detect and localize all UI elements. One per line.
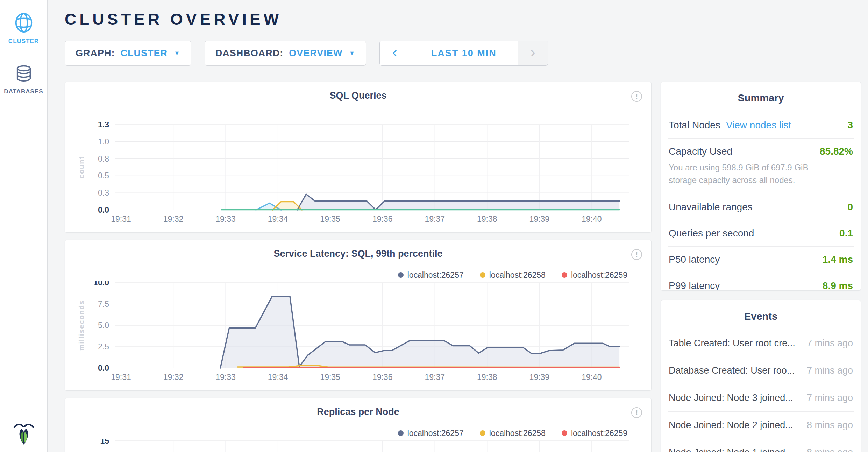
summary-row-label: Capacity Used (669, 146, 732, 157)
summary-row-subtext: You are using 598.9 GiB of 697.9 GiB sto… (669, 161, 816, 186)
legend-label: localhost:26258 (489, 429, 546, 438)
svg-text:0.8: 0.8 (98, 154, 109, 163)
time-range-next-button[interactable]: › (518, 41, 548, 65)
right-column: Summary Total NodesView nodes list3Capac… (661, 82, 861, 452)
graph-dropdown-value: CLUSTER (121, 48, 168, 59)
legend-item: localhost:26259 (562, 270, 627, 280)
svg-text:19:36: 19:36 (372, 373, 393, 382)
event-time: 7 mins ago (807, 338, 853, 349)
svg-text:19:32: 19:32 (163, 373, 184, 382)
svg-text:19:33: 19:33 (215, 373, 236, 382)
controls-bar: GRAPH: CLUSTER ▼ DASHBOARD: OVERVIEW ▼ ‹… (65, 41, 861, 66)
summary-row: Queries per second0.1 (668, 220, 854, 246)
summary-row-value: 8.9 ms (823, 280, 853, 291)
chevron-right-icon: › (531, 45, 535, 59)
service-latency-plot: 0.02.55.07.510.019:3119:3219:3319:3419:3… (72, 281, 644, 384)
svg-text:7.5: 7.5 (98, 299, 109, 309)
svg-text:0.3: 0.3 (98, 188, 109, 197)
svg-text:count: count (78, 156, 85, 178)
dashboard-dropdown[interactable]: DASHBOARD: OVERVIEW ▼ (205, 41, 366, 66)
service-latency-chart-card: Service Latency: SQL, 99th percentile ! … (65, 240, 652, 391)
info-icon[interactable]: ! (631, 407, 642, 418)
svg-text:15: 15 (100, 439, 109, 445)
svg-text:0.0: 0.0 (98, 363, 109, 373)
legend-dot-icon (562, 430, 567, 436)
info-icon[interactable]: ! (631, 249, 642, 260)
sidebar-item-label: DATABASES (0, 88, 47, 95)
event-row: Node Joined: Node 2 joined...8 mins ago (668, 412, 854, 439)
svg-text:19:33: 19:33 (215, 214, 236, 224)
event-text: Node Joined: Node 3 joined... (669, 393, 793, 403)
svg-text:19:39: 19:39 (529, 373, 550, 382)
summary-rows: Total NodesView nodes list3Capacity Used… (661, 112, 861, 291)
summary-row-label: P99 latency (669, 280, 720, 291)
sql-queries-plot: 0.00.30.50.81.01.319:3119:3219:3319:3419… (72, 122, 644, 226)
cockroachdb-logo[interactable] (13, 422, 35, 448)
legend-dot-icon (398, 430, 404, 436)
summary-row: Total NodesView nodes list3 (668, 112, 854, 138)
svg-text:19:35: 19:35 (320, 373, 340, 382)
summary-row-value: 1.4 ms (823, 254, 853, 265)
legend-dot-icon (562, 272, 567, 278)
chart-legend: localhost:26257localhost:26258localhost:… (72, 428, 644, 439)
summary-row: Unavailable ranges0 (668, 194, 854, 220)
svg-text:0.5: 0.5 (98, 171, 109, 180)
sidebar-item-databases[interactable]: DATABASES (0, 64, 47, 95)
sidebar-item-label: CLUSTER (0, 38, 47, 45)
legend-label: localhost:26257 (407, 429, 464, 438)
dashboard-dropdown-label: DASHBOARD: (215, 48, 284, 59)
svg-text:milliseconds: milliseconds (78, 300, 85, 351)
summary-title: Summary (661, 92, 861, 104)
event-time: 7 mins ago (807, 365, 853, 376)
event-text: Node Joined: Node 1 joined... (669, 447, 793, 452)
time-range-value[interactable]: LAST 10 MIN (410, 41, 518, 65)
summary-row: P50 latency1.4 ms (668, 246, 854, 273)
svg-text:10.0: 10.0 (93, 281, 109, 287)
svg-text:19:39: 19:39 (529, 214, 550, 224)
chevron-left-icon: ‹ (392, 45, 397, 59)
events-title: Events (661, 311, 861, 322)
svg-text:19:38: 19:38 (477, 214, 497, 224)
event-rows: Table Created: User root cre...7 mins ag… (661, 330, 861, 452)
svg-text:19:34: 19:34 (268, 373, 288, 382)
legend-dot-icon (480, 272, 485, 278)
summary-row-label: Unavailable ranges (669, 202, 753, 212)
replicas-per-node-chart-card: Replicas per Node ! localhost:26257local… (65, 398, 652, 452)
svg-text:5.0: 5.0 (98, 321, 109, 330)
summary-panel: Summary Total NodesView nodes list3Capac… (661, 82, 861, 291)
summary-row-value: 0.1 (839, 228, 853, 239)
event-time: 8 mins ago (807, 420, 853, 431)
event-row: Node Joined: Node 1 joined...8 mins ago (668, 439, 854, 452)
time-range-selector: ‹ LAST 10 MIN › (379, 41, 548, 66)
page-title: CLUSTER OVERVIEW (65, 10, 861, 29)
graph-dropdown[interactable]: GRAPH: CLUSTER ▼ (65, 41, 191, 66)
legend-dot-icon (398, 272, 404, 278)
svg-text:0.0: 0.0 (98, 205, 109, 214)
chevron-down-icon: ▼ (174, 50, 180, 57)
chart-title: SQL Queries (72, 90, 644, 102)
svg-text:19:38: 19:38 (477, 373, 497, 382)
legend-label: localhost:26259 (571, 270, 627, 280)
chevron-down-icon: ▼ (349, 50, 355, 57)
time-range-prev-button[interactable]: ‹ (380, 41, 410, 65)
legend-item: localhost:26258 (480, 270, 546, 280)
svg-text:19:32: 19:32 (163, 214, 184, 224)
legend-label: localhost:26259 (571, 429, 627, 438)
svg-text:1.3: 1.3 (98, 122, 109, 129)
legend-label: localhost:26258 (489, 270, 546, 280)
legend-item: localhost:26258 (480, 429, 546, 438)
summary-row-label: P50 latency (669, 254, 720, 265)
summary-row-value: 0 (847, 202, 853, 213)
chart-legend (72, 111, 644, 122)
view-nodes-list-link[interactable]: View nodes list (726, 120, 791, 130)
sidebar: CLUSTER DATABASES (0, 0, 48, 452)
main-content: CLUSTER OVERVIEW GRAPH: CLUSTER ▼ DASHBO… (48, 0, 868, 452)
chart-title: Replicas per Node (72, 407, 644, 418)
summary-row: P99 latency8.9 ms (668, 273, 854, 291)
sidebar-item-cluster[interactable]: CLUSTER (0, 12, 47, 45)
globe-icon (13, 29, 35, 35)
info-icon[interactable]: ! (631, 91, 642, 102)
legend-item: localhost:26259 (562, 429, 627, 438)
svg-text:19:40: 19:40 (582, 373, 602, 382)
summary-row-label: Queries per second (669, 228, 754, 239)
